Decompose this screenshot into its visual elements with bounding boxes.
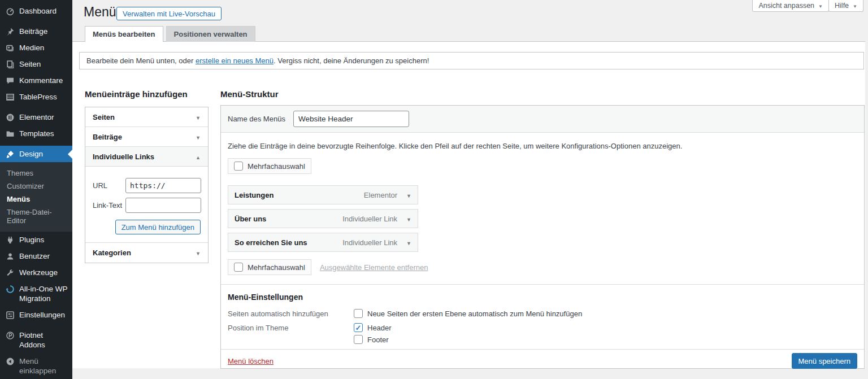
chevron-down-icon [196,113,201,121]
live-preview-button[interactable]: Verwalten mit Live-Vorschau [116,7,222,20]
pin-icon [5,27,15,36]
link-text-row: Link-Text [93,198,201,213]
sidebar-item-label: Einstellungen [19,310,65,320]
chevron-down-icon[interactable] [406,237,411,247]
sidebar-item-label: Medien [19,43,44,53]
sidebar-item-settings[interactable]: Einstellungen [0,307,72,323]
admin-sidebar: Dashboard Beiträge Medien Seiten Komment… [0,0,72,379]
sidebar-item-comments[interactable]: Kommentare [0,72,72,89]
sidebar-item-label: Kommentare [19,76,63,85]
accordion-section-label: Seiten [93,113,115,121]
sidebar-item-media[interactable]: Medien [0,40,72,56]
screen-options-toggle[interactable]: Ansicht anpassen [752,0,829,12]
user-icon [5,251,15,261]
theme-position-row: Position im Theme Header Footer [228,323,857,344]
delete-menu-link[interactable]: Menü löschen [228,357,274,365]
sidebar-item-users[interactable]: Benutzer [0,248,72,264]
sidebar-item-plugins[interactable]: Plugins [0,232,72,248]
accordion-section-label: Kategorien [93,249,131,257]
sidebar-item-label: Seiten [19,59,41,69]
theme-position-label: Position im Theme [228,323,354,344]
bulk-select-bottom: Mehrfachauswahl [228,259,311,275]
url-input[interactable] [125,178,201,193]
sidebar-item-elementor[interactable]: Elementor [0,109,72,125]
bulk-select-label: Mehrfachauswahl [248,263,305,272]
save-menu-button[interactable]: Menü speichern [792,353,858,369]
sidebar-item-label: Dashboard [19,6,57,16]
menu-name-row: Name des Menüs [221,106,864,133]
accordion-section-categories[interactable]: Kategorien [85,243,208,263]
position-header-checkbox[interactable] [354,323,363,332]
bulk-select-checkbox[interactable] [234,162,243,171]
auto-add-row: Seiten automatisch hinzufügen Neue Seite… [228,309,857,318]
submenu-item-menus[interactable]: Menüs [0,193,72,206]
menu-name-input[interactable] [293,111,409,127]
table-icon [5,92,15,102]
url-label: URL [93,181,125,190]
link-text-label: Link-Text [93,201,125,210]
submenu-item-theme-editor[interactable]: Theme-Datei-Editor [0,206,72,227]
tab-manage-locations[interactable]: Positionen verwalten [166,26,255,42]
sidebar-item-label: TablePress [19,92,57,102]
menu-item-ueber-uns[interactable]: Über uns Individueller Link [228,209,418,228]
menu-name-label: Name des Menüs [228,115,285,123]
sidebar-item-piotnet[interactable]: Piotnet Addons [0,327,72,353]
plugin-icon [5,235,15,245]
accordion-section-label: Individuelle Links [93,153,154,161]
url-row: URL [93,178,201,193]
media-icon [5,43,15,53]
position-footer-checkbox[interactable] [354,335,363,344]
link-text-input[interactable] [125,198,201,213]
chevron-down-icon [818,2,823,10]
add-to-menu-button[interactable]: Zum Menü hinzufügen [115,220,201,234]
notice-text-after: . Vergiss nicht, deine Änderungen zu spe… [274,56,429,65]
menu-structure-body: Ziehe die Einträge in deine bevorzugte R… [221,133,864,349]
sidebar-item-templates[interactable]: Templates [0,125,72,142]
add-to-menu-row: Zum Menü hinzufügen [93,220,201,234]
notice-text-before: Bearbeite dein Menü unten, oder [86,56,196,65]
auto-add-checkbox[interactable] [354,309,363,318]
sidebar-item-collapse-menu[interactable]: Menü einklappen [0,353,72,379]
accordion-section-custom-links[interactable]: Individuelle Links [85,147,208,167]
sidebar-item-dashboard[interactable]: Dashboard [0,3,72,19]
comment-icon [5,76,15,85]
menu-item-so-erreichen-sie-uns[interactable]: So erreichen Sie uns Individueller Link [228,233,418,252]
create-new-menu-link[interactable]: erstelle ein neues Menü [196,56,274,65]
menu-item-type: Individueller Link [342,215,397,223]
sidebar-item-design[interactable]: Design [0,146,72,162]
menu-item-label: So erreichen Sie uns [235,238,307,247]
chevron-down-icon[interactable] [406,214,411,224]
menu-item-leistungen[interactable]: Leistungen Elementor [228,185,418,204]
chevron-down-icon[interactable] [406,190,411,200]
sidebar-item-label: Werkzeuge [19,268,58,277]
menus-page-panel: Bearbeite dein Menü unten, oder erstelle… [72,41,865,368]
remove-selected-link[interactable]: Ausgewählte Elemente entfernen [320,263,428,272]
sidebar-item-tablepress[interactable]: TablePress [0,89,72,105]
bulk-select-checkbox[interactable] [234,263,243,272]
main-content: Menüs Verwalten mit Live-Vorschau Ansich… [72,0,868,379]
chevron-down-icon [196,249,201,257]
sidebar-item-tools[interactable]: Werkzeuge [0,264,72,281]
submenu-item-themes[interactable]: Themes [0,167,72,180]
sidebar-item-ai1wm[interactable]: All-in-One WP Migration [0,281,72,307]
accordion-section-label: Beiträge [93,133,122,141]
auto-add-label: Seiten automatisch hinzufügen [228,309,354,318]
sidebar-item-label: All-in-One WP Migration [19,284,70,303]
submenu-item-customizer[interactable]: Customizer [0,180,72,193]
sidebar-item-label: Piotnet Addons [19,330,70,350]
add-menu-items-panel: Seiten Beiträge Individuelle Links URL L… [85,107,209,263]
tab-edit-menus[interactable]: Menüs bearbeiten [85,26,163,42]
sidebar-separator [0,19,72,23]
sidebar-item-pages[interactable]: Seiten [0,56,72,72]
sidebar-item-label: Plugins [19,235,44,245]
sidebar-item-posts[interactable]: Beiträge [0,23,72,40]
screen-options-label: Ansicht anpassen [758,2,814,10]
accordion-section-posts[interactable]: Beiträge [85,127,208,147]
accordion-section-pages[interactable]: Seiten [85,107,208,127]
folder-icon [5,129,15,138]
settings-divider [221,284,864,285]
sidebar-item-label: Design [19,149,43,159]
help-toggle[interactable]: Hilfe [828,0,863,12]
sidebar-item-label: Elementor [19,112,54,122]
menu-settings-heading: Menü-Einstellungen [228,293,857,302]
